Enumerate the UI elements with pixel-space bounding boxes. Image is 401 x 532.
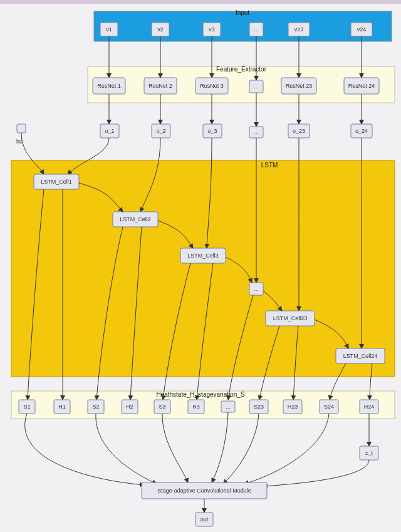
node-resnet-ell: ... [254, 83, 259, 90]
diagram-stage: Input Feature_Extractor LSTM Heathstate_… [0, 0, 401, 532]
node-v23: v23 [294, 26, 304, 33]
o-row: o_1 o_2 o_3 ... o_23 o_24 [100, 124, 372, 138]
node-zt: z_t [365, 450, 373, 456]
node-lstm-ell: ... [254, 286, 259, 292]
node-lstm1: LSTM_Cell1 [41, 179, 72, 185]
node-lstm24: LSTM_Cell24 [343, 353, 378, 359]
node-o24: o_24 [355, 128, 368, 134]
node-resnet23: ResNet 23 [286, 83, 313, 89]
node-s24: S24 [324, 404, 334, 410]
node-h24: H24 [364, 404, 375, 410]
node-o2: o_2 [156, 128, 165, 134]
node-v1: v1 [106, 26, 112, 33]
node-s2: S2 [92, 404, 99, 410]
node-lstm23: LSTM_Cell23 [273, 315, 308, 321]
panel-input-title: Input [236, 9, 249, 16]
panel-lstm-title: LSTM [261, 162, 278, 169]
node-o-ell: ... [254, 129, 259, 135]
node-o23: o_23 [293, 128, 305, 134]
node-v2: v2 [157, 26, 164, 33]
panel-feature-title: Feature_Extractor [216, 66, 267, 73]
node-v-ell: ... [254, 26, 259, 33]
node-out: out [200, 516, 209, 523]
node-o3: o_3 [207, 128, 217, 134]
node-h2: H2 [126, 404, 133, 410]
node-resnet1: ResNet 1 [97, 83, 121, 89]
node-stage-module-label: Stage-adaptive Convolutional Module [157, 488, 251, 494]
panel-hs-title: Heathstate_H_stagevariation_S [156, 391, 245, 398]
node-v24: v24 [357, 26, 367, 33]
node-h23: H23 [288, 404, 298, 410]
node-v3: v3 [209, 26, 215, 33]
node-s23: S23 [254, 404, 264, 410]
node-h1: H1 [58, 404, 66, 410]
node-h0-box [17, 124, 26, 133]
node-resnet24: ResNet 24 [348, 83, 375, 89]
diagram-svg: Input Feature_Extractor LSTM Heathstate_… [0, 4, 401, 532]
node-sh-ell: ... [226, 404, 231, 410]
node-s1: S1 [23, 404, 30, 410]
node-lstm2: LSTM_Cell2 [120, 216, 151, 222]
node-lstm3: LSTM_Cell3 [187, 253, 219, 259]
node-o1: o_1 [105, 128, 114, 134]
node-resnet3: ResNet 3 [200, 83, 224, 89]
node-h3: H3 [192, 404, 200, 410]
node-s3: S3 [159, 404, 165, 410]
node-resnet2: ResNet 2 [148, 83, 172, 89]
